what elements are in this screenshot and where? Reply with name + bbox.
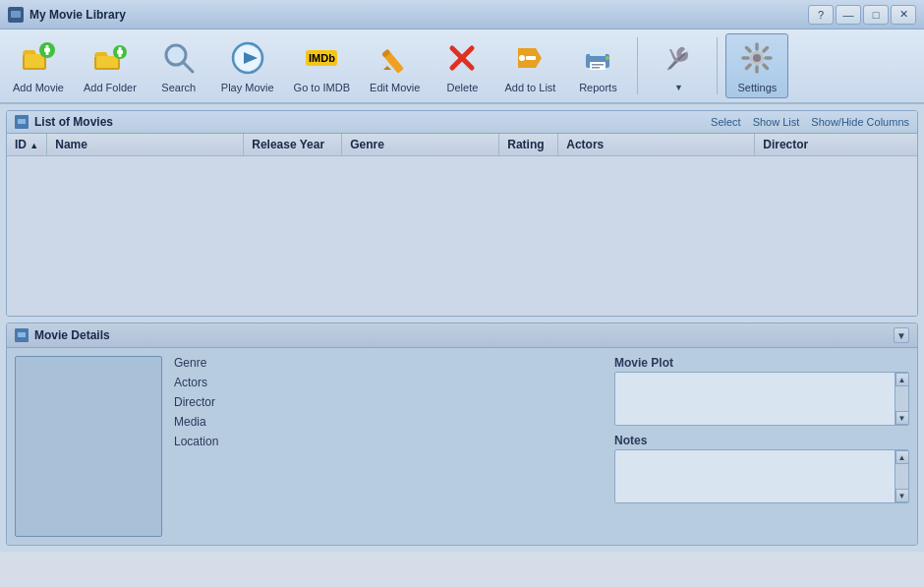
- notes-content: [615, 450, 895, 502]
- movie-info-area: Genre Actors Director Media Location: [174, 356, 603, 537]
- movie-plot-content: [615, 373, 895, 425]
- edit-icon: [375, 38, 415, 78]
- genre-row: Genre: [174, 356, 603, 370]
- delete-icon: [442, 38, 482, 78]
- add-to-list-label: Add to List: [504, 82, 555, 93]
- svg-line-15: [183, 62, 193, 72]
- actors-row: Actors: [174, 376, 603, 389]
- svg-point-26: [519, 55, 525, 61]
- plot-scrollbar[interactable]: ▲ ▼: [895, 373, 908, 425]
- movie-plot-box[interactable]: ▲ ▼: [614, 372, 909, 426]
- svg-line-44: [747, 65, 751, 69]
- notes-scrollbar[interactable]: ▲ ▼: [895, 450, 908, 502]
- play-icon: [228, 38, 267, 78]
- director-row: Director: [174, 395, 603, 409]
- movie-list-panel: List of Movies Select Show List Show/Hid…: [6, 110, 918, 317]
- plot-scroll-track[interactable]: [895, 386, 908, 411]
- plot-scroll-down[interactable]: ▼: [895, 411, 909, 425]
- settings-button[interactable]: Settings: [725, 33, 788, 98]
- reports-icon: [578, 38, 617, 78]
- window-controls: ? — □ ✕: [808, 5, 916, 25]
- notes-scroll-down[interactable]: ▼: [895, 489, 909, 502]
- svg-rect-12: [118, 47, 121, 57]
- svg-rect-1: [11, 11, 21, 18]
- svg-line-41: [747, 48, 751, 52]
- add-to-list-button[interactable]: Add to List: [495, 33, 564, 98]
- settings-icon: [737, 38, 777, 78]
- toolbar-separator: [637, 37, 638, 94]
- notes-section: Notes ▲ ▼: [614, 434, 909, 503]
- svg-point-14: [169, 48, 183, 62]
- movie-poster: [15, 356, 162, 537]
- svg-marker-22: [383, 66, 391, 70]
- col-genre[interactable]: Genre: [342, 134, 499, 156]
- edit-movie-label: Edit Movie: [370, 82, 420, 93]
- col-id[interactable]: ID ▲: [7, 134, 47, 156]
- col-name[interactable]: Name: [47, 134, 244, 156]
- close-button[interactable]: ✕: [891, 5, 916, 25]
- add-folder-label: Add Folder: [84, 82, 137, 93]
- search-button[interactable]: Search: [147, 33, 210, 98]
- toolbar-group-main: Add Movie Add Folder: [4, 33, 629, 98]
- reports-button[interactable]: Reports: [566, 33, 629, 98]
- movie-table-container[interactable]: ID ▲ Name Release Year Genre Rating Acto…: [7, 134, 917, 316]
- col-rating[interactable]: Rating: [499, 134, 558, 156]
- app-icon: [8, 7, 24, 23]
- svg-rect-29: [590, 48, 606, 56]
- movie-list-title-area: List of Movies: [15, 115, 113, 129]
- minimize-button[interactable]: —: [836, 5, 861, 25]
- svg-rect-48: [18, 332, 26, 337]
- add-movie-label: Add Movie: [13, 82, 64, 93]
- go-to-imdb-button[interactable]: IMDb Go to IMDB: [285, 33, 359, 98]
- svg-rect-31: [592, 64, 604, 66]
- col-actors[interactable]: Actors: [558, 134, 755, 156]
- search-icon: [159, 38, 199, 78]
- search-label: Search: [161, 82, 196, 93]
- location-label: Location: [174, 435, 233, 448]
- add-movie-button[interactable]: Add Movie: [4, 33, 73, 98]
- svg-rect-30: [590, 62, 606, 70]
- director-label: Director: [174, 395, 233, 409]
- details-header: Movie Details ▼: [7, 323, 917, 348]
- tools-icon: [658, 39, 697, 79]
- tools-dropdown-arrow: ▼: [674, 83, 683, 92]
- movie-plot-section: Movie Plot ▲ ▼: [614, 356, 909, 426]
- show-list-link[interactable]: Show List: [753, 116, 800, 128]
- panel-header-actions: Select Show List Show/Hide Columns: [711, 116, 909, 128]
- notes-box[interactable]: ▲ ▼: [614, 449, 909, 503]
- movie-list-title: List of Movies: [34, 115, 113, 129]
- svg-rect-9: [96, 56, 118, 68]
- delete-button[interactable]: Delete: [431, 33, 493, 98]
- svg-rect-27: [526, 56, 536, 60]
- show-hide-columns-link[interactable]: Show/Hide Columns: [811, 116, 909, 128]
- notes-scroll-track[interactable]: [895, 464, 908, 489]
- svg-line-43: [764, 48, 768, 52]
- details-collapse-button[interactable]: ▼: [894, 327, 909, 343]
- svg-point-33: [606, 56, 609, 60]
- tools-button[interactable]: ▼: [646, 33, 709, 98]
- settings-label: Settings: [738, 82, 778, 93]
- col-director[interactable]: Director: [755, 134, 917, 156]
- col-release-year[interactable]: Release Year: [244, 134, 342, 156]
- location-row: Location: [174, 435, 603, 448]
- title-bar: My Movie Library ? — □ ✕: [0, 0, 924, 29]
- add-folder-icon: [90, 38, 130, 78]
- maximize-button[interactable]: □: [863, 5, 889, 25]
- select-link[interactable]: Select: [711, 116, 741, 128]
- svg-line-42: [764, 65, 768, 69]
- notes-scroll-up[interactable]: ▲: [895, 450, 909, 464]
- toolbar-separator-2: [717, 37, 718, 94]
- svg-rect-32: [592, 67, 600, 69]
- edit-movie-button[interactable]: Edit Movie: [361, 33, 429, 98]
- svg-rect-46: [18, 119, 26, 124]
- help-button[interactable]: ?: [808, 5, 834, 25]
- actors-label: Actors: [174, 376, 233, 389]
- play-movie-button[interactable]: Play Movie: [212, 33, 283, 98]
- svg-text:IMDb: IMDb: [309, 52, 335, 64]
- details-body: Genre Actors Director Media Location: [7, 348, 917, 545]
- movie-details-panel: Movie Details ▼ Genre Actors Director: [6, 323, 918, 546]
- plot-scroll-up[interactable]: ▲: [895, 373, 909, 386]
- window-title: My Movie Library: [29, 8, 808, 22]
- svg-rect-4: [25, 54, 44, 68]
- add-folder-button[interactable]: Add Folder: [75, 33, 145, 98]
